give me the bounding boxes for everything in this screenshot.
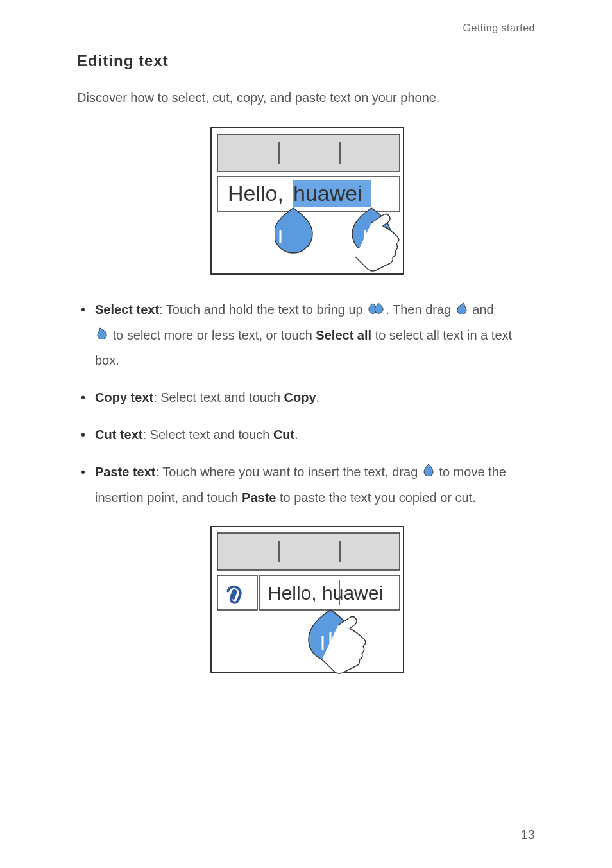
figure-paste-svg: Hello, huawei (203, 523, 409, 677)
step-select-p1: : Touch and hold the text to bring up (159, 302, 366, 317)
figure-select-text: Hello, huawei (77, 124, 535, 281)
step-copy: Copy text: Select text and touch Copy. (77, 385, 535, 410)
step-paste-p3: to paste the text you copied or cut. (276, 490, 475, 505)
step-select-p3: and (472, 302, 493, 317)
intro-paragraph: Discover how to select, cut, copy, and p… (77, 88, 535, 107)
page-number: 13 (521, 828, 535, 842)
step-select-p2: . Then drag (386, 302, 454, 317)
step-select-selectall: Select all (316, 328, 371, 342)
step-cut-action: Cut (273, 428, 294, 442)
figure-select-hello: Hello, (228, 181, 284, 205)
step-copy-lead: Copy text (95, 390, 153, 404)
selection-handles-icon (368, 297, 384, 322)
step-copy-r2: . (316, 390, 320, 404)
step-paste-action: Paste (242, 490, 276, 505)
figure-select-svg: Hello, huawei (203, 124, 409, 278)
step-paste: Paste text: Touch where you want to inse… (77, 460, 535, 510)
steps-list: Select text: Touch and hold the text to … (77, 297, 535, 510)
svg-text:Hello,: Hello, (228, 181, 284, 205)
step-cut-r1: : Select text and touch (142, 428, 273, 442)
figure-select-huawei: huawei (293, 181, 362, 205)
figure-paste-text: Hello, huawei (268, 582, 383, 603)
page: Getting started Editing text Discover ho… (0, 0, 612, 868)
step-cut-lead: Cut text (95, 428, 142, 442)
step-copy-r1: : Select text and touch (153, 390, 284, 404)
step-select: Select text: Touch and hold the text to … (77, 297, 535, 372)
svg-text:Hello, huawei: Hello, huawei (268, 582, 383, 603)
step-paste-p1: : Touch where you want to insert the tex… (156, 465, 421, 479)
step-paste-lead: Paste text (95, 465, 156, 479)
svg-rect-15 (217, 533, 400, 570)
selection-handle-left-icon (456, 297, 468, 322)
selection-handle-right-icon (96, 322, 108, 347)
svg-rect-18 (217, 575, 257, 610)
step-select-p4: to select more or less text, or touch (109, 328, 316, 342)
figure-paste-text: Hello, huawei (77, 523, 535, 679)
step-cut: Cut text: Select text and touch Cut. (77, 422, 535, 447)
svg-text:huawei: huawei (293, 181, 362, 205)
step-select-lead: Select text (95, 302, 159, 317)
step-copy-action: Copy (284, 390, 316, 404)
svg-rect-1 (217, 134, 400, 171)
running-head: Getting started (77, 22, 535, 34)
insertion-marker-icon (423, 460, 434, 484)
step-cut-r2: . (294, 428, 298, 442)
section-title: Editing text (77, 52, 535, 70)
